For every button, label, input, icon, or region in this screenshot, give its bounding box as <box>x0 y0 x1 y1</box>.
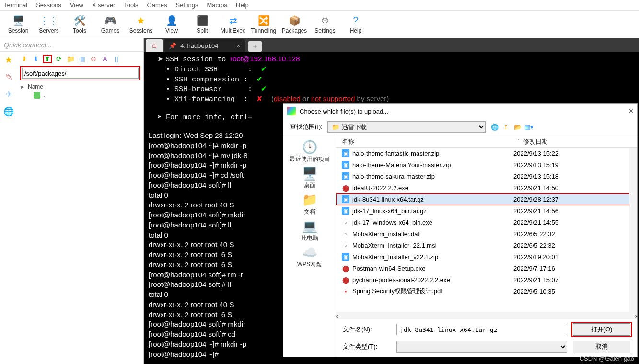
menu-help[interactable]: Help <box>236 1 249 9</box>
home-tab[interactable]: ⌂ <box>146 39 163 52</box>
ssh-tab[interactable]: 📌 4. hadoop104 × <box>164 39 245 52</box>
toolbtn-split[interactable]: ⬛Split <box>187 11 218 37</box>
menu-terminal[interactable]: Terminal <box>4 1 27 9</box>
toolbtn-help[interactable]: ?Help <box>340 11 371 37</box>
globe-icon[interactable]: 🌐 <box>3 106 14 117</box>
add-tab-button[interactable]: ＋ <box>248 41 262 52</box>
file-row[interactable]: ▫jdk-17_windows-x64_bin.exe2022/9/21 14:… <box>336 216 637 228</box>
col-header-date[interactable]: 修改日期 <box>523 137 609 146</box>
tabs-row: ⌂ 📌 4. hadoop104 × ＋ <box>144 38 639 52</box>
toolbtn-servers[interactable]: ⋮⋮Servers <box>34 11 64 37</box>
toolbtn-label: Split <box>197 27 208 34</box>
view-icon[interactable]: ▯ <box>112 55 121 63</box>
place-item[interactable]: 💻此电脑 <box>301 219 318 242</box>
lookin-combo[interactable]: 📁 迅雷下载 <box>327 121 486 133</box>
file-date: 2022/9/21 14:55 <box>513 219 600 226</box>
menu-view[interactable]: View <box>70 1 83 9</box>
packages-icon: 📦 <box>289 15 300 26</box>
menu-sessions[interactable]: Sessions <box>36 1 61 9</box>
file-row[interactable]: ▣jdk-8u341-linux-x64.tar.gz2022/9/28 12:… <box>336 193 637 205</box>
sessions-icon: ★ <box>135 15 147 26</box>
toolbtn-packages[interactable]: 📦Packages <box>279 11 310 37</box>
nav-viewmode-icon[interactable]: ▦▾ <box>525 123 534 131</box>
upload-icon[interactable]: ⬆ <box>43 55 52 63</box>
file-row[interactable]: ⬤ideaIU-2022.2.2.exe2022/9/21 14:50 <box>336 182 637 193</box>
filename-input[interactable] <box>396 324 567 335</box>
nav-newfolder-icon[interactable]: 📂 <box>513 123 522 131</box>
sftp-toolbar: ⬇ ⬇ ⬆ ⟳ 📁 ▦ ⊖ A ▯ <box>20 54 140 66</box>
tree-header-name[interactable]: Name <box>20 82 140 91</box>
file-row[interactable]: ▪Spring Security权限管理设计.pdf2022/9/5 10:35 <box>336 285 637 297</box>
toolbtn-view[interactable]: 👤View <box>156 11 187 37</box>
file-row[interactable]: ⬤pycharm-professional-2022.2.2.exe2022/9… <box>336 274 637 285</box>
menubar: TerminalSessionsViewX serverToolsGamesSe… <box>0 0 639 11</box>
file-name: halo-theme-sakura-master.zip <box>352 173 435 180</box>
place-item[interactable]: 📁文档 <box>301 193 318 216</box>
place-item[interactable]: 🖥️桌面 <box>301 166 318 190</box>
menu-games[interactable]: Games <box>147 1 167 9</box>
dialog-close-button[interactable]: × <box>629 107 633 115</box>
open-button[interactable]: 打开(O) <box>573 323 630 336</box>
settings-icon: ⚙ <box>319 15 331 26</box>
remote-path-input[interactable] <box>22 68 139 79</box>
file-row[interactable]: ▣halo-theme-MaterialYour-master.zip2022/… <box>336 159 637 171</box>
toolbtn-multiexec[interactable]: ⇄MultiExec <box>218 11 248 37</box>
close-tab-icon[interactable]: × <box>237 42 241 49</box>
file-row[interactable]: ▣halo-theme-fantastic-master.zip2022/9/1… <box>336 148 637 159</box>
file-date: 2022/9/19 20:01 <box>513 253 600 261</box>
refresh-icon[interactable]: ⟳ <box>55 55 63 63</box>
file-row[interactable]: ▫MobaXterm_installer_22.1.msi2022/6/5 22… <box>336 239 637 251</box>
edit-icon[interactable]: A <box>101 55 109 63</box>
vertical-scrollbar[interactable] <box>629 148 637 312</box>
nav-up-icon[interactable]: ↥ <box>502 123 511 131</box>
tree-item-up[interactable]: .. <box>20 91 140 100</box>
file-date: 2022/6/5 22:32 <box>513 242 600 249</box>
file-icon: ▫ <box>342 241 349 249</box>
cancel-button[interactable]: 取消 <box>573 341 630 353</box>
menu-settings[interactable]: Settings <box>176 1 198 9</box>
nav-back-icon[interactable]: 🌐 <box>490 123 499 131</box>
toolbtn-sessions[interactable]: ★Sessions <box>126 11 156 37</box>
send-icon[interactable]: ✈ <box>3 89 14 100</box>
place-icon: ☁️ <box>301 245 318 260</box>
folder2-icon[interactable]: ▦ <box>78 55 86 63</box>
file-row[interactable]: ▣MobaXterm_Installer_v22.1.zip2022/9/19 … <box>336 251 637 262</box>
file-name: jdk-17_windows-x64_bin.exe <box>352 219 432 226</box>
filetype-combo[interactable] <box>396 341 567 353</box>
file-row[interactable]: ⬤Postman-win64-Setup.exe2022/9/7 17:16 <box>336 262 637 274</box>
file-row[interactable]: ▣halo-theme-sakura-master.zip2022/9/13 1… <box>336 171 637 182</box>
delete-icon[interactable]: ⊖ <box>89 55 98 63</box>
download-icon[interactable]: ⬇ <box>20 55 29 63</box>
quick-connect-input[interactable]: Quick connect... <box>0 38 143 52</box>
file-icon: ▣ <box>342 172 349 180</box>
file-row[interactable]: ▣jdk-17_linux-x64_bin.tar.gz2022/9/21 14… <box>336 205 637 216</box>
file-row[interactable]: ▫MobaXterm_installer.dat2022/6/5 22:32 <box>336 228 637 239</box>
col-header-name[interactable]: 名称 <box>336 137 513 146</box>
toolbtn-settings[interactable]: ⚙Settings <box>310 11 340 37</box>
toolbtn-label: Games <box>101 27 120 34</box>
main-toolbar: 🖥️Session⋮⋮Servers🛠️Tools🎮Games★Sessions… <box>0 11 639 38</box>
brush-icon[interactable]: ✎ <box>3 72 14 82</box>
file-date: 2022/9/21 14:56 <box>513 207 600 215</box>
newfolder-icon[interactable]: 📁 <box>66 55 75 63</box>
file-icon: ▣ <box>342 207 349 215</box>
place-icon: 💻 <box>301 219 318 233</box>
toolbtn-session[interactable]: 🖥️Session <box>3 11 34 37</box>
download2-icon[interactable]: ⬇ <box>32 55 40 63</box>
horizontal-scrollbar[interactable]: ‹› <box>336 312 637 319</box>
menu-x-server[interactable]: X server <box>92 1 115 9</box>
toolbtn-tools[interactable]: 🛠️Tools <box>64 11 95 37</box>
menu-macros[interactable]: Macros <box>207 1 227 9</box>
tunneling-icon: 🔀 <box>258 15 269 26</box>
place-item[interactable]: 🕓最近使用的项目 <box>290 140 330 163</box>
star-icon[interactable]: ★ <box>3 55 14 65</box>
file-icon: ⬤ <box>342 276 349 284</box>
file-list[interactable]: ▣halo-theme-fantastic-master.zip2022/9/1… <box>336 148 637 312</box>
place-label: 文档 <box>304 208 315 216</box>
place-item[interactable]: ☁️WPS网盘 <box>297 245 322 269</box>
ssh-tab-label: 4. hadoop104 <box>180 42 219 49</box>
toolbtn-tunneling[interactable]: 🔀Tunneling <box>248 11 279 37</box>
menu-tools[interactable]: Tools <box>124 1 138 9</box>
file-icon: ▣ <box>342 149 349 157</box>
toolbtn-games[interactable]: 🎮Games <box>95 11 126 37</box>
